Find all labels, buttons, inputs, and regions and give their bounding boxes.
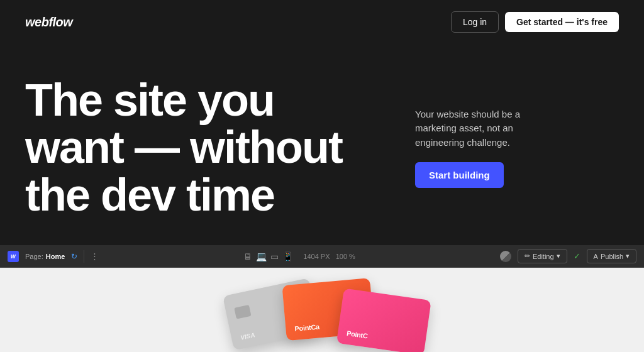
hero-title-line2: want — without <box>25 122 342 172</box>
publish-chevron-icon: ▾ <box>626 252 630 260</box>
toolbar-center: 🖥 💻 ▭ 📱 1404 PX 100 % <box>106 251 492 261</box>
logo: webflow <box>25 15 72 30</box>
hero-section: webflow Log in Get started — it's free T… <box>0 0 644 245</box>
canvas-zoom: 100 % <box>336 253 355 260</box>
editor-canvas: VISA PointCa PointC <box>0 268 644 352</box>
pointcard-orange-label: PointCa <box>294 322 319 332</box>
page-label: Page: Home <box>25 253 65 260</box>
pencil-icon: ✏ <box>525 252 530 260</box>
hero-left: The site you want — without the dev time <box>25 77 390 219</box>
a-icon: A <box>594 253 598 260</box>
toolbar-left: w Page: Home ↻ ⋮ <box>8 250 99 263</box>
page-prefix: Page: <box>25 253 43 260</box>
nav-buttons: Log in Get started — it's free <box>451 11 619 33</box>
hero-title: The site you want — without the dev time <box>25 77 390 219</box>
toolbar-divider <box>84 250 84 263</box>
editing-label: Editing <box>533 253 554 260</box>
editor-section: w Page: Home ↻ ⋮ 🖥 💻 ▭ 📱 1404 PX 100 % <box>0 245 644 352</box>
canvas-width: 1404 PX <box>303 253 330 260</box>
hero-title-line1: The site you <box>25 75 274 125</box>
toolbar-right: ✏ Editing ▾ ✓ A Publish ▾ <box>500 249 636 263</box>
page-name[interactable]: Home <box>46 253 65 260</box>
pointcard-pink: PointC <box>336 289 431 352</box>
tablet-icon[interactable]: ▭ <box>270 251 279 261</box>
visa-label: VISA <box>240 331 255 341</box>
pointcard-pink-label: PointC <box>346 329 368 340</box>
canvas-size: 1404 PX 100 % <box>303 253 355 260</box>
editing-button[interactable]: ✏ Editing ▾ <box>518 249 567 263</box>
get-started-button[interactable]: Get started — it's free <box>505 12 619 32</box>
more-options-icon[interactable]: ⋮ <box>91 251 99 261</box>
desktop-icon[interactable]: 🖥 <box>243 251 252 261</box>
publish-label: Publish <box>601 253 623 260</box>
login-button[interactable]: Log in <box>451 11 499 33</box>
hero-right: Your website should be a marketing asset… <box>390 107 619 189</box>
device-icons: 🖥 💻 ▭ 📱 <box>243 251 293 261</box>
publish-button[interactable]: A Publish ▾ <box>587 249 636 263</box>
hero-title-line3: the dev time <box>25 170 274 220</box>
hero-content: The site you want — without the dev time… <box>0 44 644 245</box>
card-chip <box>234 305 251 319</box>
color-picker-icon[interactable] <box>500 251 511 262</box>
hero-description: Your website should be a marketing asset… <box>415 107 541 150</box>
webflow-w-icon: w <box>8 251 19 262</box>
refresh-icon[interactable]: ↻ <box>71 252 77 261</box>
editor-toolbar: w Page: Home ↻ ⋮ 🖥 💻 ▭ 📱 1404 PX 100 % <box>0 245 644 268</box>
chevron-down-icon: ▾ <box>557 252 560 260</box>
start-building-button[interactable]: Start building <box>415 162 504 188</box>
laptop-icon[interactable]: 💻 <box>256 251 267 261</box>
navbar: webflow Log in Get started — it's free <box>0 0 644 44</box>
publish-status-icon: ✓ <box>574 251 580 261</box>
mobile-icon[interactable]: 📱 <box>282 251 293 261</box>
